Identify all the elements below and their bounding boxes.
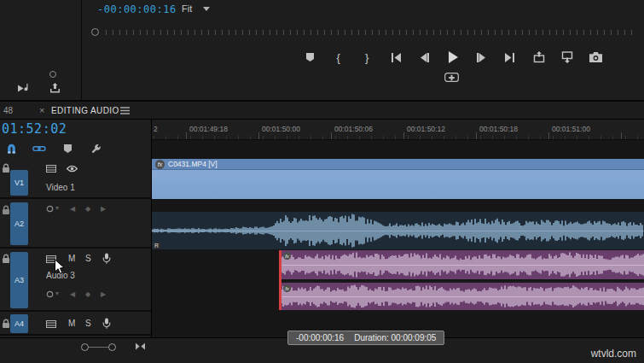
fx-badge: fx (155, 160, 165, 169)
dropdown-arrow-icon[interactable]: ▾ (55, 290, 59, 297)
video-clip-c0431[interactable]: fx C0431.MP4 [V] (152, 159, 644, 199)
program-monitor-panel: -00:00:00:16 Fit { } (0, 0, 644, 102)
audio-waveform (152, 212, 644, 249)
track-select-a4[interactable]: A4 (10, 314, 28, 333)
lock-icon[interactable] (2, 319, 10, 329)
lock-icon[interactable] (2, 205, 10, 215)
mark-out-button[interactable]: } (358, 50, 375, 65)
timeline-toolbar (4, 142, 102, 155)
playhead-timecode[interactable]: 01:52:02 (2, 121, 67, 137)
lift-button[interactable] (531, 50, 548, 65)
ruler-label: 00:01:50:18 (479, 125, 518, 133)
add-keyframe-icon[interactable]: ◆ (85, 290, 90, 298)
sync-lock-icon[interactable] (46, 320, 56, 328)
track-header-v1: V1 Video 1 (0, 159, 152, 199)
button-editor-icon[interactable] (444, 73, 459, 82)
drag-audio-icon[interactable] (15, 80, 32, 96)
lock-icon[interactable] (2, 163, 10, 173)
ruler-label: 00:01:50:06 (334, 125, 373, 133)
marker-icon[interactable] (61, 142, 74, 155)
snap-toggle-icon[interactable] (4, 142, 18, 155)
step-forward-icon[interactable] (473, 50, 490, 65)
fx-badge: fx (283, 284, 291, 292)
zoom-level-select[interactable]: Fit (182, 3, 210, 14)
ruler-label-partial: 2 (154, 125, 158, 133)
trim-edit-indicator[interactable] (279, 250, 281, 310)
next-keyframe-icon[interactable]: ▶ (101, 290, 106, 298)
solo-button[interactable]: S (85, 319, 91, 328)
keyframe-display-icon[interactable] (46, 290, 54, 298)
track-header-a4: A4 M S (0, 313, 152, 336)
export-icon[interactable] (46, 80, 63, 96)
play-button[interactable] (444, 50, 461, 65)
source-scrubber-knob[interactable] (49, 71, 56, 78)
monitor-scrubber-track[interactable] (106, 30, 633, 35)
adjacent-tab-partial[interactable]: 48 (3, 106, 13, 115)
sync-lock-icon[interactable] (46, 255, 56, 263)
previous-keyframe-icon[interactable]: ◀ (70, 205, 75, 213)
clip-label: C0431.MP4 [V] (168, 160, 218, 168)
track-name-video1[interactable]: Video 1 (46, 183, 75, 192)
lock-icon[interactable] (2, 254, 10, 264)
linked-selection-icon[interactable] (32, 142, 46, 155)
add-keyframe-icon[interactable]: ◆ (85, 205, 90, 213)
track-select-v1[interactable]: V1 (10, 170, 28, 196)
ruler-label: 00:01:51:00 (552, 125, 590, 133)
watermark: wtvld.com (591, 348, 636, 360)
audio-clip-purple-L[interactable]: fx (281, 250, 644, 279)
timeline-ruler[interactable]: 2 00:01:49:18 00:01:50:00 00:01:50:06 00… (152, 120, 644, 140)
voiceover-record-mic-icon[interactable] (102, 318, 111, 329)
step-back-icon[interactable] (415, 50, 432, 65)
audio-waveform (281, 250, 644, 279)
solo-button[interactable]: S (85, 254, 91, 263)
extract-button[interactable] (559, 50, 576, 65)
audio-clip-purple-R[interactable]: fx (281, 281, 644, 310)
video-clip-body (152, 170, 644, 199)
keyframe-display-icon[interactable] (46, 205, 54, 213)
timeline-settings-wrench-icon[interactable] (89, 142, 102, 155)
tab-editing-audio[interactable]: EDITING AUDIO (51, 106, 119, 115)
track-select-a3[interactable]: A3 (10, 252, 28, 308)
transport-controls: { } (301, 50, 605, 65)
header-track-divider (151, 120, 152, 337)
fx-badge: fx (283, 252, 291, 260)
tooltip-offset: -00:00:00:16 (296, 333, 344, 343)
mute-button[interactable]: M (68, 319, 75, 328)
zoom-level-value: Fit (182, 3, 192, 14)
previous-keyframe-icon[interactable]: ◀ (70, 290, 75, 298)
audio-waveform (281, 283, 644, 310)
zoom-scrollbar-knob-right[interactable] (108, 343, 116, 351)
track-header-a3: A3 M S Audio 3 ▾ ◀ ◆ ▶ (0, 250, 152, 312)
chevron-down-icon (203, 7, 210, 11)
zoom-fit-icon[interactable] (135, 343, 146, 350)
voiceover-record-mic-icon[interactable] (102, 253, 111, 264)
track-select-a2[interactable]: A2 (10, 202, 28, 245)
audio-clip-blue-waveform[interactable]: R (152, 212, 644, 249)
add-marker-button[interactable] (301, 50, 318, 65)
next-keyframe-icon[interactable]: ▶ (101, 205, 106, 213)
sync-lock-icon[interactable] (46, 165, 56, 173)
panel-menu-icon[interactable] (120, 107, 130, 114)
ruler-label: 00:01:50:00 (262, 125, 300, 133)
mute-button[interactable]: M (68, 254, 75, 263)
zoom-scrollbar-knob-left[interactable] (81, 343, 89, 351)
ruler-label: 00:01:49:18 (189, 125, 228, 133)
export-frame-icon[interactable] (588, 50, 605, 65)
tooltip-duration: Duration: 00:00:09:05 (354, 333, 436, 343)
go-to-out-icon[interactable] (502, 50, 519, 65)
track-header-a2: A2 ▾ ◀ ◆ ▶ (0, 201, 152, 249)
close-icon[interactable]: × (39, 105, 44, 115)
panel-divider[interactable] (81, 0, 82, 102)
go-to-in-icon[interactable] (387, 50, 404, 65)
ruler-label: 00:01:50:12 (407, 125, 445, 133)
trim-tooltip: -00:00:00:16 Duration: 00:00:09:05 (287, 331, 444, 345)
track-output-eye-icon[interactable] (67, 165, 78, 173)
monitor-scrubber-knob[interactable] (91, 28, 99, 36)
program-timecode[interactable]: -00:00:00:16 (97, 3, 177, 15)
timeline-tab-bar: 48 × EDITING AUDIO (0, 102, 644, 120)
clip-left-label: R (153, 243, 160, 249)
mark-in-button[interactable]: { (330, 50, 347, 65)
track-name-audio3[interactable]: Audio 3 (46, 271, 75, 280)
premiere-pro-window: -00:00:00:16 Fit { } (0, 0, 644, 363)
dropdown-arrow-icon[interactable]: ▾ (55, 204, 59, 212)
